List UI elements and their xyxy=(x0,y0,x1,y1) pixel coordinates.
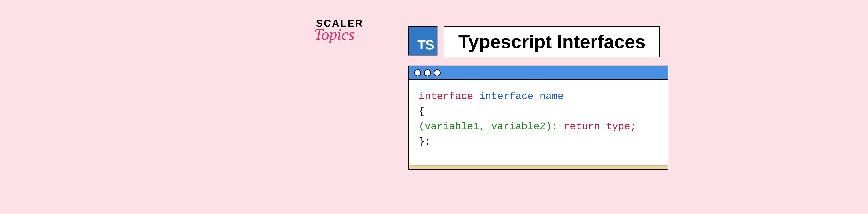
code-window: interface interface_name { (variable1, v… xyxy=(408,66,669,170)
code-return-keyword: return xyxy=(558,121,606,132)
code-params: (variable1, variable2): xyxy=(419,121,558,132)
window-control-dot xyxy=(424,69,431,76)
page-title: Typescript Interfaces xyxy=(458,31,646,52)
scaler-topics-logo: SCALER Topics xyxy=(316,17,364,43)
window-control-dot xyxy=(434,69,441,76)
code-keyword: interface xyxy=(419,91,473,102)
code-return-type: type; xyxy=(606,121,636,132)
code-line: }; xyxy=(419,134,658,149)
window-control-dot xyxy=(414,69,421,76)
code-interface-name: interface_name xyxy=(479,91,564,102)
code-line: (variable1, variable2): return type; xyxy=(419,119,658,134)
code-body: interface interface_name { (variable1, v… xyxy=(409,80,668,165)
code-line: { xyxy=(419,104,658,119)
window-footer xyxy=(409,165,668,169)
typescript-badge-icon: TS xyxy=(408,26,437,56)
code-line: interface interface_name xyxy=(419,89,658,104)
header-row: TS Typescript Interfaces xyxy=(408,26,660,58)
window-titlebar xyxy=(409,66,668,80)
code-close: }; xyxy=(419,136,431,147)
title-box: Typescript Interfaces xyxy=(444,26,660,58)
typescript-badge-text: TS xyxy=(417,37,434,53)
code-open-brace: { xyxy=(419,106,425,117)
